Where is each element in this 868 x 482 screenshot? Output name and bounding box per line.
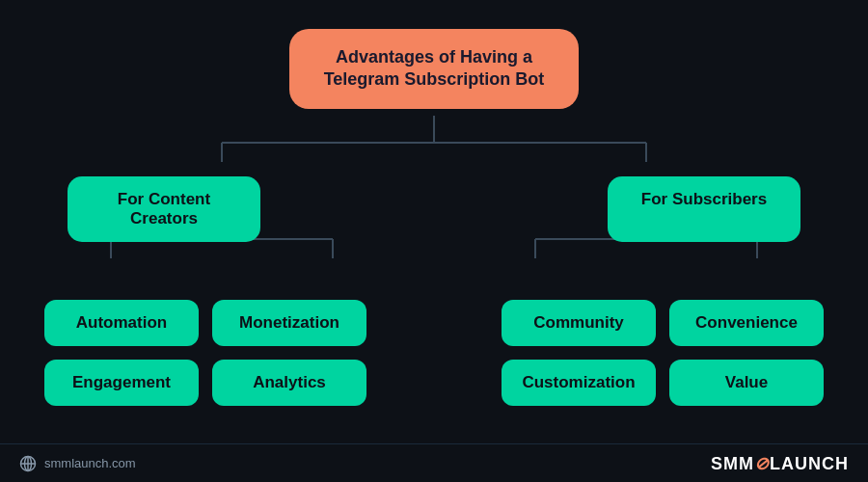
brand-prefix: SMM <box>711 454 754 473</box>
for-content-creators-label: For Content Creators <box>118 190 210 228</box>
footer-website: smmlaunch.com <box>19 455 136 472</box>
monetization-node: Monetization <box>212 300 366 346</box>
globe-icon <box>19 455 37 472</box>
brand-logo-icon: ⊘ <box>754 454 770 473</box>
value-label: Value <box>725 373 768 391</box>
level2-row: Automation Monetization Engagement Analy… <box>0 300 868 406</box>
root-node: Advantages of Having a Telegram Subscrip… <box>289 29 579 109</box>
engagement-label: Engagement <box>72 373 171 391</box>
convenience-label: Convenience <box>695 313 798 332</box>
diagram-container: Advantages of Having a Telegram Subscrip… <box>0 0 868 443</box>
analytics-label: Analytics <box>253 373 326 391</box>
footer: smmlaunch.com SMM⊘LAUNCH <box>0 443 868 482</box>
for-subscribers-label: For Subscribers <box>641 190 767 208</box>
value-node: Value <box>669 360 824 406</box>
monetization-label: Monetization <box>239 313 339 332</box>
automation-label: Automation <box>76 313 167 332</box>
community-node: Community <box>502 300 656 346</box>
engagement-node: Engagement <box>44 360 199 406</box>
for-subscribers-node: For Subscribers <box>608 176 800 242</box>
brand-logo: SMM⊘LAUNCH <box>711 453 849 474</box>
convenience-node: Convenience <box>669 300 824 346</box>
for-content-creators-node: For Content Creators <box>68 176 260 242</box>
analytics-node: Analytics <box>212 360 366 406</box>
community-label: Community <box>533 313 624 332</box>
left-leaf-group: Automation Monetization Engagement Analy… <box>44 300 366 406</box>
right-leaf-group: Community Convenience Customization Valu… <box>502 300 824 406</box>
brand-suffix: LAUNCH <box>770 454 849 473</box>
root-node-title: Advantages of Having a Telegram Subscrip… <box>324 47 545 89</box>
website-label: smmlaunch.com <box>44 456 136 470</box>
automation-node: Automation <box>44 300 199 346</box>
left-pair-1: Automation Monetization <box>44 300 366 346</box>
customization-label: Customization <box>522 373 635 391</box>
level1-row: For Content Creators For Subscribers <box>68 176 800 242</box>
customization-node: Customization <box>502 360 656 406</box>
right-pair-1: Community Convenience <box>502 300 824 346</box>
right-pair-2: Customization Value <box>502 360 824 406</box>
left-pair-2: Engagement Analytics <box>44 360 366 406</box>
